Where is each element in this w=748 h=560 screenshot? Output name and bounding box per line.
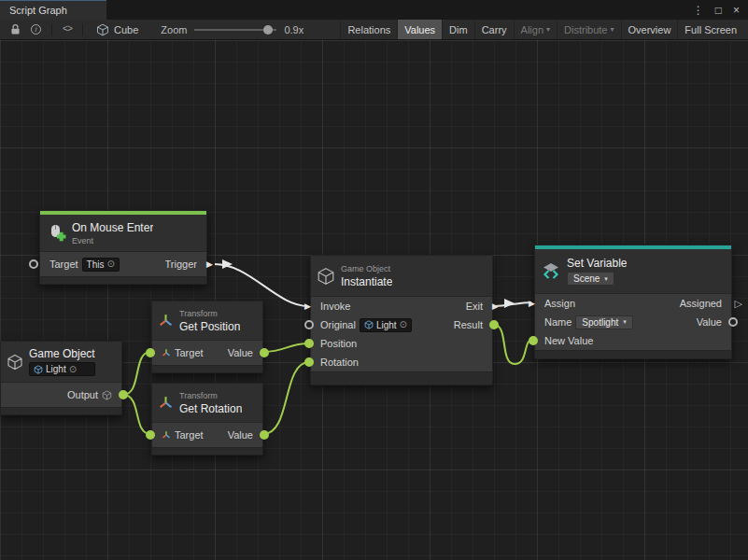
tab-script-graph[interactable]: Script Graph — [0, 0, 106, 20]
align-button[interactable]: Align▾ — [514, 20, 557, 39]
assign-input-port[interactable]: ▶ — [529, 299, 535, 308]
graph-canvas[interactable]: On Mouse Enter Event Target This ⊙ Trigg… — [0, 40, 748, 560]
result-output-port[interactable] — [489, 320, 499, 329]
target-label: Target — [49, 259, 78, 270]
values-button[interactable]: Values — [397, 20, 442, 39]
edit-script-icon[interactable]: <> — [58, 20, 77, 39]
node-instantiate[interactable]: Game Object Instantiate ▶ Invoke Exit ▶ … — [310, 255, 493, 385]
node-footer — [311, 371, 492, 385]
original-value-field[interactable]: Light ⊙ — [360, 318, 412, 332]
maximize-icon[interactable]: □ — [715, 4, 722, 17]
toolbar-separator — [51, 23, 52, 36]
values-label: Values — [404, 24, 435, 35]
target-label: Target — [175, 347, 204, 358]
chevron-down-icon: ▾ — [546, 25, 550, 34]
node-get-rotation[interactable]: Transform Get Rotation Target Value — [151, 383, 263, 455]
tab-label: Script Graph — [9, 5, 67, 16]
variable-scope-dropdown[interactable]: Scene ▾ — [567, 272, 614, 286]
dim-button[interactable]: Dim — [442, 20, 474, 39]
chevron-down-icon: ▾ — [611, 25, 614, 34]
target-input-port[interactable] — [29, 259, 38, 269]
graph-toolbar: i <> Cube Zoom 0.9x Relations Values Dim… — [0, 20, 748, 40]
exit-output-port[interactable]: ▶ — [492, 301, 499, 311]
object-value: Light — [46, 364, 66, 374]
node-header: Transform Get Rotation — [152, 384, 262, 423]
zoom-slider-knob[interactable] — [263, 25, 273, 35]
cube-icon — [34, 365, 43, 374]
variable-name-dropdown[interactable]: Spotlight ▾ — [575, 315, 632, 329]
zoom-value: 0.9x — [284, 24, 303, 35]
node-set-variable[interactable]: Set Variable Scene ▾ ▶ Assign Assigned ▷… — [534, 245, 732, 359]
align-label: Align — [521, 24, 543, 35]
result-label: Result — [454, 319, 483, 330]
zoom-slider[interactable] — [194, 29, 276, 31]
rotation-input-port[interactable] — [304, 357, 314, 367]
object-picker-icon[interactable]: ⊙ — [106, 259, 114, 269]
invoke-label: Invoke — [320, 301, 350, 312]
invoke-input-port[interactable]: ▶ — [304, 301, 311, 311]
value-output-port[interactable] — [260, 430, 269, 440]
port-row: Target This ⊙ Trigger ▶ — [40, 252, 206, 276]
assign-label: Assign — [544, 298, 575, 309]
port-row: Output — [1, 383, 121, 407]
transform-icon — [158, 395, 174, 411]
value-label: Value — [228, 429, 253, 441]
assigned-output-port[interactable]: ▷ — [735, 299, 742, 308]
cube-icon — [96, 23, 109, 36]
new-value-input-port[interactable] — [529, 336, 538, 345]
node-category: Transform — [179, 309, 240, 318]
value-output-port[interactable] — [260, 348, 269, 357]
toolbar-separator — [82, 23, 83, 36]
target-label: Target — [175, 429, 204, 441]
node-on-mouse-enter[interactable]: On Mouse Enter Event Target This ⊙ Trigg… — [39, 210, 207, 285]
lock-icon[interactable] — [5, 20, 26, 39]
target-value-field[interactable]: This ⊙ — [82, 258, 120, 272]
info-glyph: i — [31, 24, 41, 35]
object-picker-icon[interactable]: ⊙ — [69, 365, 77, 374]
node-game-object-light[interactable]: Game Object Light ⊙ Output — [0, 341, 122, 415]
zoom-label: Zoom — [161, 24, 187, 35]
fullscreen-button[interactable]: Full Screen — [677, 20, 743, 39]
transform-icon — [162, 348, 171, 357]
transform-icon — [162, 430, 171, 440]
overview-button[interactable]: Overview — [621, 20, 678, 39]
original-label: Original — [320, 319, 356, 330]
object-value-field[interactable]: Light ⊙ — [29, 362, 95, 376]
position-label: Position — [320, 338, 357, 349]
original-value: Light — [376, 320, 397, 330]
target-input-port[interactable] — [146, 348, 155, 357]
target-input-port[interactable] — [146, 430, 155, 440]
script-graph-window: Script Graph ⋮ □ × i <> Cube Zoom 0.9x R… — [0, 0, 748, 560]
fullscreen-label: Full Screen — [684, 24, 737, 35]
close-icon[interactable]: × — [733, 4, 740, 17]
name-label: Name — [544, 316, 572, 328]
assigned-label: Assigned — [680, 298, 722, 309]
relations-button[interactable]: Relations — [340, 20, 397, 39]
distribute-label: Distribute — [564, 24, 607, 35]
carry-button[interactable]: Carry — [474, 20, 514, 39]
trigger-output-port[interactable]: ▶ — [206, 259, 213, 269]
info-icon[interactable]: i — [26, 20, 46, 39]
original-input-port[interactable] — [304, 320, 314, 329]
distribute-button[interactable]: Distribute▾ — [557, 20, 620, 39]
graph-object-button[interactable]: Cube — [89, 20, 146, 39]
scope-value: Scene — [573, 273, 600, 284]
output-port[interactable] — [119, 390, 128, 399]
object-picker-icon[interactable]: ⊙ — [400, 320, 407, 329]
output-label: Output — [67, 389, 98, 400]
dim-label: Dim — [449, 24, 468, 35]
kebab-menu-icon[interactable]: ⋮ — [693, 4, 704, 17]
node-header: Transform Get Position — [152, 301, 262, 341]
value-label: Value — [697, 316, 722, 328]
name-value: Spotlight — [582, 317, 618, 328]
node-header: Game Object Instantiate — [311, 256, 492, 297]
position-input-port[interactable] — [304, 339, 314, 348]
port-row: Target Value — [152, 341, 262, 365]
mouse-event-icon — [46, 223, 66, 244]
node-category: Game Object — [341, 264, 392, 273]
relations-label: Relations — [347, 24, 390, 35]
value-output-port[interactable] — [728, 317, 738, 327]
port-row: ▶ Invoke Exit ▶ — [311, 297, 492, 315]
target-value: This — [87, 259, 105, 270]
node-get-position[interactable]: Transform Get Position Target Value — [151, 301, 263, 373]
